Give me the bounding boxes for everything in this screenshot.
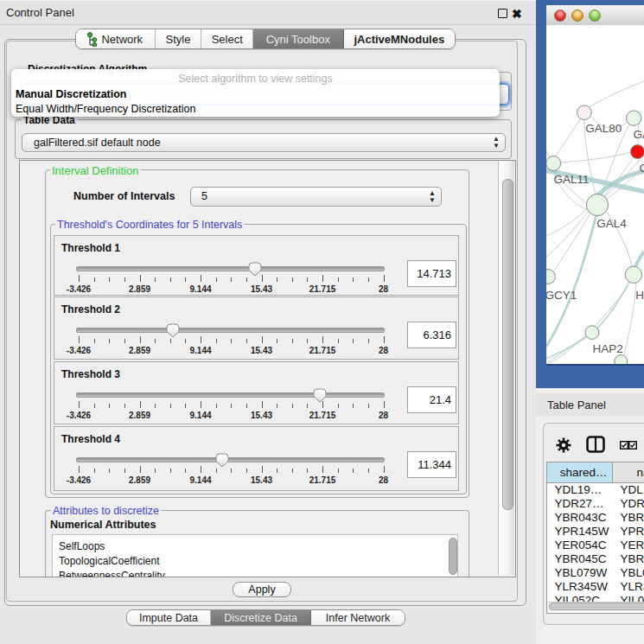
svg-text:GAL80: GAL80	[585, 122, 622, 135]
svg-text:GAL11: GAL11	[554, 173, 590, 186]
svg-text:GAL4: GAL4	[596, 217, 627, 230]
svg-text:H: H	[635, 289, 644, 302]
svg-text:C: C	[640, 162, 644, 175]
svg-text:GAL: GAL	[634, 128, 644, 141]
svg-text:HAP2: HAP2	[593, 342, 623, 355]
svg-text:GCY1: GCY1	[546, 289, 577, 302]
